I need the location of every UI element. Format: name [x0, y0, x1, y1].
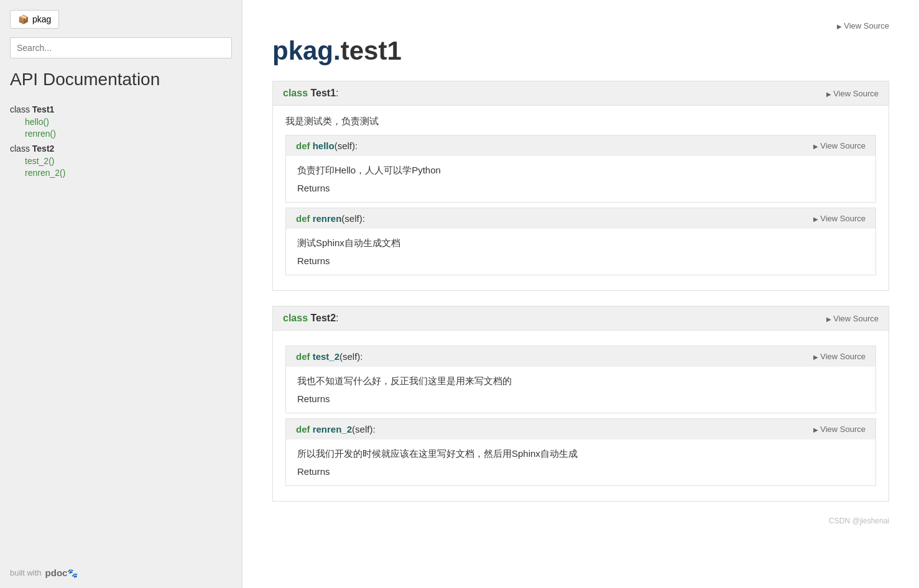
class-name-0: Test1 [310, 88, 336, 98]
sidebar-class-1: class Test2 [10, 144, 232, 154]
method-returns-0-1: Returns [297, 255, 864, 266]
page-view-source-container: View Source [272, 20, 889, 31]
method-signature-0-0: def hello(self): [296, 140, 358, 151]
main-content: View Source pkag.test1 class Test1: View… [242, 0, 919, 588]
method-keyword-0-0: def [296, 140, 313, 151]
method-view-source-1-0[interactable]: View Source [813, 352, 866, 361]
class-title-0: class Test1: [283, 88, 339, 99]
method-keyword-1-1: def [296, 424, 313, 434]
class-header-1: class Test2: View Source [273, 306, 889, 331]
method-name-0-1: renren [313, 213, 342, 224]
pkg-button-label: pkag [32, 14, 51, 24]
method-view-source-1-1[interactable]: View Source [813, 425, 866, 434]
class-body-1: def test_2(self): View Source 我也不知道写什么好，… [273, 331, 889, 501]
class-name-1: Test2 [310, 313, 336, 323]
method-description-1-1: 所以我们开发的时候就应该在这里写好文档，然后用Sphinx自动生成 [297, 448, 864, 460]
method-params-1-1: (self): [352, 424, 376, 434]
built-with-prefix: built with [10, 568, 42, 577]
method-view-source-0-1[interactable]: View Source [813, 214, 866, 223]
sidebar-method-0-0[interactable]: hello() [10, 117, 232, 127]
sidebar-class-keyword-1: class [10, 144, 32, 154]
method-section-0-0: def hello(self): View Source 负责打印Hello，人… [285, 135, 876, 203]
sidebar-nav: class Test1hello()renren()class Test2tes… [10, 99, 232, 180]
pkg-button[interactable]: 📦 pkag [10, 10, 59, 29]
method-params-1-0: (self): [339, 351, 363, 362]
method-name-0-0: hello [313, 140, 335, 151]
method-keyword-0-1: def [296, 213, 313, 224]
sidebar-class-name-1[interactable]: Test2 [32, 144, 55, 154]
page-title: pkag.test1 [272, 36, 889, 66]
method-name-1-1: renren_2 [313, 424, 352, 434]
method-header-0-0: def hello(self): View Source [286, 136, 875, 156]
method-name-1-0: test_2 [313, 351, 339, 362]
class-header-0: class Test1: View Source [273, 81, 889, 106]
sidebar-class-name-0[interactable]: Test1 [32, 104, 55, 114]
method-params-0-0: (self): [335, 140, 358, 151]
class-keyword-0: class [283, 88, 310, 98]
built-with: built with pdoc🐾 [10, 553, 232, 578]
package-icon: 📦 [18, 14, 29, 24]
method-description-0-0: 负责打印Hello，人人可以学Python [297, 165, 864, 177]
class-keyword-1: class [283, 313, 310, 323]
search-input[interactable] [10, 37, 232, 58]
method-signature-0-1: def renren(self): [296, 213, 365, 224]
classes-container: class Test1: View Source 我是测试类，负责测试 def … [272, 81, 889, 502]
method-section-1-1: def renren_2(self): View Source 所以我们开发的时… [285, 418, 876, 486]
api-doc-title: API Documentation [10, 70, 232, 90]
method-body-1-1: 所以我们开发的时候就应该在这里写好文档，然后用Sphinx自动生成Returns [286, 439, 875, 485]
page-title-pkg: pkag [272, 36, 333, 65]
method-signature-1-0: def test_2(self): [296, 351, 363, 362]
page-view-source-link[interactable]: View Source [837, 21, 889, 30]
method-params-0-1: (self): [341, 213, 365, 224]
class-view-source-0[interactable]: View Source [826, 89, 879, 98]
method-description-1-0: 我也不知道写什么好，反正我们这里是用来写文档的 [297, 375, 864, 387]
method-view-source-0-0[interactable]: View Source [813, 141, 866, 150]
class-title-1: class Test2: [283, 313, 339, 324]
class-section-0: class Test1: View Source 我是测试类，负责测试 def … [272, 81, 889, 291]
method-body-1-0: 我也不知道写什么好，反正我们这里是用来写文档的Returns [286, 367, 875, 413]
page-title-module: test1 [341, 36, 402, 65]
watermark: CSDN @jieshenai [272, 517, 889, 525]
method-returns-1-1: Returns [297, 466, 864, 477]
method-body-0-1: 测试Sphinx自动生成文档Returns [286, 229, 875, 275]
sidebar-class-0: class Test1 [10, 104, 232, 114]
sidebar-class-keyword-0: class [10, 104, 32, 114]
class-view-source-1[interactable]: View Source [826, 314, 879, 323]
method-signature-1-1: def renren_2(self): [296, 424, 376, 434]
method-keyword-1-0: def [296, 351, 313, 362]
method-section-0-1: def renren(self): View Source 测试Sphinx自动… [285, 208, 876, 275]
class-description-0: 我是测试类，负责测试 [285, 116, 876, 127]
sidebar-method-0-1[interactable]: renren() [10, 129, 232, 139]
method-header-0-1: def renren(self): View Source [286, 208, 875, 229]
method-description-0-1: 测试Sphinx自动生成文档 [297, 237, 864, 249]
class-body-0: 我是测试类，负责测试 def hello(self): View Source … [273, 106, 889, 290]
method-returns-0-0: Returns [297, 183, 864, 193]
method-returns-1-0: Returns [297, 393, 864, 404]
sidebar-method-1-0[interactable]: test_2() [10, 156, 232, 166]
sidebar-method-1-1[interactable]: renren_2() [10, 168, 232, 178]
pdoc-logo: pdoc🐾 [45, 567, 78, 578]
method-body-0-0: 负责打印Hello，人人可以学PythonReturns [286, 156, 875, 202]
method-header-1-0: def test_2(self): View Source [286, 346, 875, 367]
class-section-1: class Test2: View Source def test_2(self… [272, 306, 889, 502]
method-section-1-0: def test_2(self): View Source 我也不知道写什么好，… [285, 346, 876, 413]
sidebar: 📦 pkag API Documentation class Test1hell… [0, 0, 242, 588]
method-header-1-1: def renren_2(self): View Source [286, 419, 875, 439]
